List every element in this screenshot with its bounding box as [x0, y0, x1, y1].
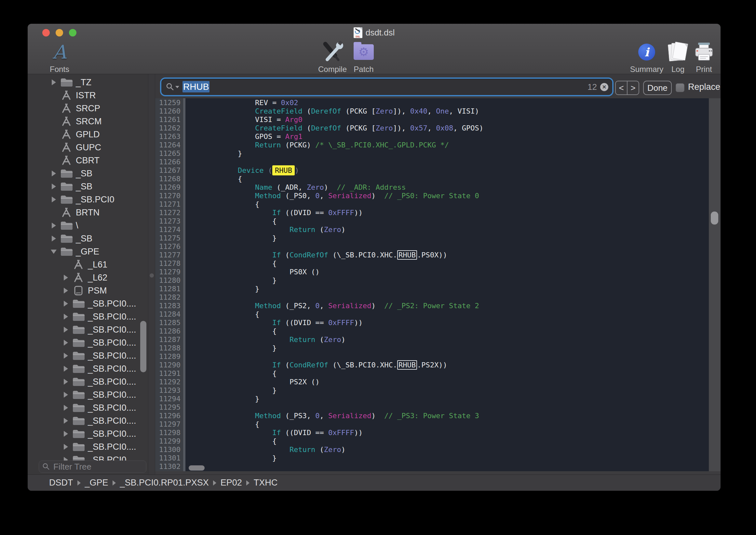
disclosure-open-icon[interactable]	[51, 250, 57, 254]
sidebar-item-_sb[interactable]: _SB	[28, 180, 148, 193]
disclosure-closed-icon[interactable]	[64, 366, 68, 372]
sidebar-item-_sbpci0[interactable]: _SB.PCI0....	[28, 427, 148, 440]
sidebar-item-_sb[interactable]: _SB	[28, 167, 148, 180]
clear-search-icon[interactable]: ✕	[600, 83, 608, 91]
disclosure-closed-icon[interactable]	[64, 392, 68, 398]
code-line: 11270 Method (_PS0, 0, Serialized) // _P…	[155, 192, 720, 200]
breadcrumb-item[interactable]: _GPE	[85, 478, 108, 488]
sidebar-item-label: _SB.PCI0....	[88, 403, 136, 413]
replace-checkbox[interactable]	[676, 83, 685, 92]
disclosure-closed-icon[interactable]	[64, 327, 68, 333]
sidebar-item-_l62[interactable]: _L62	[28, 271, 148, 284]
sidebar-item-_sbpci0[interactable]: _SB.PCI0....	[28, 310, 148, 323]
horizontal-scrollbar-thumb[interactable]	[189, 465, 204, 470]
sidebar-item-gupc[interactable]: GUPC	[28, 141, 148, 154]
code-segment: ]),	[393, 107, 410, 115]
line-number: 11279	[155, 268, 180, 276]
sidebar-item-_sbpci0[interactable]: _SB.PCI0....	[28, 401, 148, 414]
code-line: 11284 {	[155, 310, 720, 319]
vertical-scrollbar-thumb[interactable]	[711, 211, 718, 225]
disclosure-closed-icon[interactable]	[52, 79, 56, 85]
disclosure-closed-icon[interactable]	[64, 418, 68, 424]
disclosure-closed-icon[interactable]	[52, 183, 56, 189]
line-number: 11281	[155, 285, 180, 293]
disclosure-closed-icon[interactable]	[64, 275, 68, 281]
method-icon	[59, 129, 74, 140]
sidebar-item-label: GPLD	[76, 129, 100, 140]
search-input[interactable]: RHUB 12 ✕	[161, 79, 612, 95]
sidebar-item-_sbpci0[interactable]: _SB.PCI0....	[28, 388, 148, 401]
sidebar-item-_sbpci0[interactable]: _SB.PCI0....	[28, 349, 148, 362]
sidebar-item-istr[interactable]: ISTR	[28, 89, 148, 102]
sidebar-item-srcp[interactable]: SRCP	[28, 102, 148, 115]
disclosure-closed-icon[interactable]	[52, 171, 56, 176]
sidebar-item-label: _SB	[76, 169, 93, 179]
code-segment: Zero	[324, 335, 341, 344]
done-button[interactable]: Done	[643, 81, 672, 95]
sidebar-item-_sbpci0[interactable]: _SB.PCI0....	[28, 297, 148, 310]
code-line: 11289	[155, 352, 720, 361]
sidebar-item-brtn[interactable]: BRTN	[28, 206, 148, 219]
disclosure-closed-icon[interactable]	[64, 405, 68, 411]
breadcrumb-item[interactable]: TXHC	[254, 478, 278, 488]
folder-icon	[71, 299, 86, 308]
code-segment: 0	[315, 302, 319, 310]
breadcrumb-item[interactable]: DSDT	[49, 478, 73, 488]
disclosure-closed-icon[interactable]	[64, 444, 68, 450]
sidebar-item-label: PSM	[88, 286, 107, 296]
disclosure-closed-icon[interactable]	[52, 223, 56, 228]
breadcrumb-item[interactable]: EP02	[221, 478, 242, 488]
find-next-button[interactable]: >	[628, 81, 638, 94]
sidebar-item-[interactable]: \	[28, 219, 148, 232]
symbol-tree[interactable]: _TZISTRSRCPSRCMGPLDGUPCCBRT_SB_SB_SB.PCI…	[28, 76, 148, 491]
sidebar-item-_sbpci0[interactable]: _SB.PCI0....	[28, 323, 148, 336]
disclosure-closed-icon[interactable]	[52, 236, 56, 241]
disclosure-closed-icon[interactable]	[52, 197, 56, 202]
disclosure-closed-icon[interactable]	[64, 353, 68, 359]
code-line: 11301 }	[155, 454, 720, 463]
sidebar-item-_l61[interactable]: _L61	[28, 258, 148, 271]
disclosure-closed-icon[interactable]	[64, 379, 68, 385]
patch-label: Patch	[354, 65, 373, 74]
sidebar-item-_gpe[interactable]: _GPE	[28, 245, 148, 258]
disclosure-closed-icon[interactable]	[64, 340, 68, 346]
disclosure-closed-icon[interactable]	[64, 301, 68, 307]
sidebar-item-_sbpci0[interactable]: _SB.PCI0	[28, 193, 148, 206]
sidebar-item-cbrt[interactable]: CBRT	[28, 154, 148, 167]
sidebar-scrollbar-thumb[interactable]	[140, 321, 147, 372]
sidebar-item-_sbpci0[interactable]: _SB.PCI0....	[28, 362, 148, 375]
editor-vertical-scrollbar[interactable]	[709, 98, 720, 471]
code-segment: )	[371, 412, 385, 420]
breadcrumb-item[interactable]: _SB.PCI0.RP01.PXSX	[120, 478, 209, 488]
search-menu-chevron-icon[interactable]	[176, 86, 179, 88]
pane-splitter[interactable]	[148, 74, 155, 474]
find-previous-button[interactable]: <	[616, 81, 628, 94]
code-editor[interactable]: 11259 REV = 0x0211260 CreateField (Deref…	[155, 98, 720, 471]
code-segment: Device	[238, 166, 268, 174]
code-text	[180, 293, 186, 302]
titlebar-toolbar[interactable]: DSL dsdt.dsl A Fonts Compile	[28, 24, 720, 74]
code-text: REV = 0x02	[180, 99, 298, 107]
toolbar-item-fonts[interactable]: A Fonts	[35, 40, 84, 74]
toolbar-item-print[interactable]: Print	[680, 40, 720, 74]
sidebar-item-_sbpci0[interactable]: _SB.PCI0....	[28, 414, 148, 427]
sidebar-item-_tz[interactable]: _TZ	[28, 76, 148, 89]
sidebar-item-psm[interactable]: PSM	[28, 284, 148, 297]
filter-tree-input[interactable]: Filter Tree	[39, 461, 147, 473]
sidebar-item-_sb[interactable]: _SB	[28, 232, 148, 245]
sidebar-item-gpld[interactable]: GPLD	[28, 128, 148, 141]
code-segment: // _PS3: Power State 3	[384, 412, 479, 420]
sidebar-item-_sbpci0[interactable]: _SB.PCI0....	[28, 375, 148, 388]
disclosure-closed-icon[interactable]	[64, 431, 68, 437]
code-segment: )	[324, 183, 337, 191]
line-number: 11267	[155, 166, 180, 175]
toolbar-item-patch[interactable]: ⚙ Patch	[339, 40, 388, 74]
disclosure-closed-icon[interactable]	[64, 288, 68, 294]
code-text: Return (Zero)	[180, 335, 345, 344]
disclosure-closed-icon[interactable]	[64, 314, 68, 320]
sidebar-item-_sbpci0[interactable]: _SB.PCI0....	[28, 440, 148, 453]
sidebar-item-_sbpci0[interactable]: _SB.PCI0....	[28, 336, 148, 349]
method-icon	[71, 272, 86, 283]
code-segment: )	[295, 166, 299, 174]
sidebar-item-srcm[interactable]: SRCM	[28, 115, 148, 128]
